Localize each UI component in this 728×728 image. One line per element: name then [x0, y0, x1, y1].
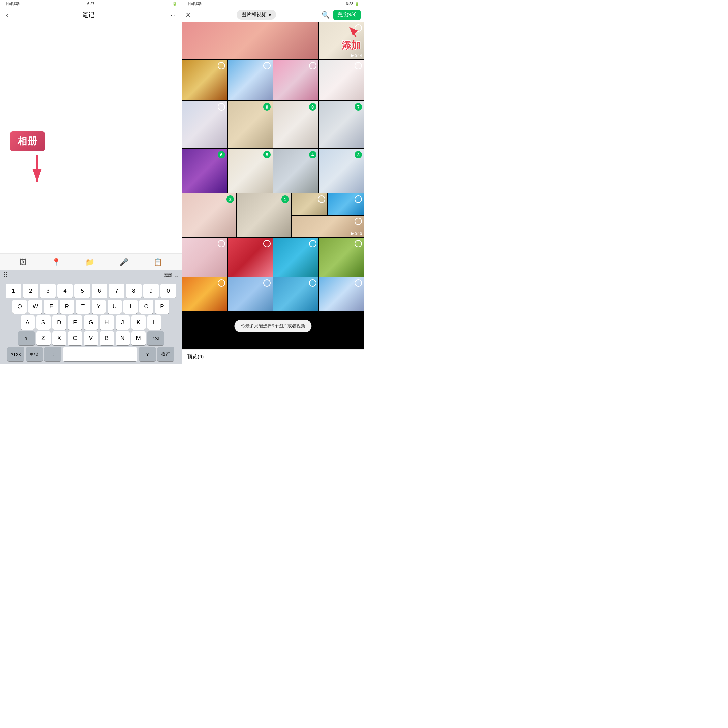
grid-cell-waterfall[interactable]	[273, 277, 318, 311]
grid-cell-food[interactable]	[182, 60, 227, 101]
grid-cell-flowers[interactable]	[182, 238, 227, 277]
folder-icon[interactable]: 📁	[85, 258, 94, 267]
select-circle	[218, 240, 225, 248]
key-7[interactable]: 7	[109, 284, 124, 298]
num-sym-key[interactable]: ?123	[8, 347, 24, 361]
back-button[interactable]: ‹	[6, 11, 8, 19]
key-f[interactable]: F	[68, 315, 82, 330]
key-n[interactable]: N	[116, 331, 130, 346]
key-0[interactable]: 0	[161, 284, 176, 298]
select-circle	[355, 218, 362, 225]
grid-cell-banner[interactable]	[182, 22, 318, 59]
gallery-selector-pill[interactable]: 图片和视频 ▾	[237, 10, 276, 20]
gallery-grid[interactable]: ▶ 0:14 9	[182, 22, 364, 349]
key-i[interactable]: I	[123, 300, 138, 314]
gallery-search-button[interactable]: 🔍	[321, 11, 330, 19]
key-1[interactable]: 1	[6, 284, 21, 298]
select-circle	[309, 279, 317, 287]
gallery-close-button[interactable]: ✕	[185, 11, 191, 19]
mic-icon[interactable]: 🎤	[119, 258, 128, 267]
location-icon[interactable]: 📍	[52, 258, 61, 267]
key-r[interactable]: R	[60, 300, 74, 314]
key-2[interactable]: 2	[23, 284, 38, 298]
key-k[interactable]: K	[132, 315, 145, 330]
key-4[interactable]: 4	[57, 284, 73, 298]
toast-message: 你最多只能选择9个图片或者视频	[234, 320, 311, 332]
grid-cell-pink-animal[interactable]	[273, 60, 318, 101]
grid-cell-dragon[interactable]: 6	[182, 149, 227, 193]
key-z[interactable]: Z	[37, 331, 50, 346]
grid-cell-rose[interactable]	[228, 238, 273, 277]
lang-key[interactable]: 中/英	[26, 347, 43, 361]
grid-cell-sunset[interactable]	[182, 277, 227, 311]
key-y[interactable]: Y	[92, 300, 106, 314]
enter-key[interactable]: 换行	[158, 347, 174, 361]
grid-cell-white-animal[interactable]	[319, 60, 364, 101]
emoji-grid-icon[interactable]: ⠿	[3, 271, 8, 280]
key-a[interactable]: A	[21, 315, 35, 330]
battery-icon: 🔋	[172, 2, 177, 6]
key-x[interactable]: X	[52, 331, 66, 346]
grid-row-5: 2 1 ▶	[182, 193, 364, 237]
right-battery-icon: 🔋	[355, 2, 359, 6]
grid-cell-rabbit[interactable]: 5	[228, 149, 273, 193]
exclaim-key[interactable]: ！	[44, 347, 61, 361]
grid-cell-fish[interactable]	[328, 193, 364, 215]
grid-cell-coffee[interactable]: ▶ 0:10	[292, 216, 364, 237]
gallery-nav: ✕ 图片和视频 ▾ 🔍 完成(9/9)	[182, 8, 364, 22]
key-s[interactable]: S	[37, 315, 50, 330]
key-p[interactable]: P	[155, 300, 169, 314]
key-t[interactable]: T	[76, 300, 90, 314]
key-m[interactable]: M	[132, 331, 145, 346]
key-d[interactable]: D	[52, 315, 66, 330]
key-6[interactable]: 6	[92, 284, 107, 298]
select-circle	[309, 240, 317, 248]
grid-cell-mouse[interactable]: 2	[182, 193, 236, 237]
grid-cell-cat2[interactable]: 7	[319, 101, 364, 148]
grid-cell-sheep[interactable]: 8	[273, 101, 318, 148]
key-b[interactable]: B	[100, 331, 114, 346]
key-u[interactable]: U	[107, 300, 122, 314]
grid-cell-sky2[interactable]	[319, 277, 364, 311]
grid-row-banner: ▶ 0:14	[182, 22, 364, 59]
key-3[interactable]: 3	[40, 284, 56, 298]
select-num-4: 4	[309, 151, 317, 158]
grid-cell-hamster[interactable]: 1	[237, 193, 291, 237]
grid-cell-sky[interactable]	[228, 60, 273, 101]
key-5[interactable]: 5	[75, 284, 90, 298]
image-icon[interactable]: 🖼	[19, 258, 27, 267]
select-num-9: 9	[263, 103, 271, 110]
gallery-done-button[interactable]: 完成(9/9)	[333, 10, 361, 20]
key-c[interactable]: C	[68, 331, 82, 346]
key-9[interactable]: 9	[143, 284, 159, 298]
keyboard-collapse-icon[interactable]: ⌨︎ ⌄	[164, 272, 179, 279]
asdf-row: A S D F G H J K L	[2, 315, 180, 330]
grid-cell-tiger[interactable]: 3	[319, 149, 364, 193]
key-j[interactable]: J	[116, 315, 130, 330]
preview-label[interactable]: 预览(9)	[187, 353, 203, 360]
grid-cell-field[interactable]	[319, 238, 364, 277]
backspace-key[interactable]: ⌫	[147, 331, 164, 346]
space-key[interactable]	[63, 347, 137, 361]
more-button[interactable]: ···	[168, 11, 176, 19]
grid-cell-water[interactable]	[273, 238, 318, 277]
grid-cell-gray-animal[interactable]: 4	[273, 149, 318, 193]
key-w[interactable]: W	[28, 300, 43, 314]
key-8[interactable]: 8	[126, 284, 142, 298]
key-h[interactable]: H	[100, 315, 114, 330]
grid-cell-white-cat[interactable]	[182, 101, 227, 148]
shift-key[interactable]: ⇧	[18, 331, 35, 346]
grid-cell-beige[interactable]: 9	[228, 101, 273, 148]
question-key[interactable]: ？	[139, 347, 156, 361]
video-camera-icon-1: ▶	[351, 231, 354, 236]
key-o[interactable]: O	[139, 300, 153, 314]
key-g[interactable]: G	[84, 315, 98, 330]
key-e[interactable]: E	[44, 300, 58, 314]
grid-cell-girl[interactable]	[292, 193, 327, 215]
key-v[interactable]: V	[84, 331, 98, 346]
grid-cell-mountain[interactable]	[228, 277, 273, 311]
key-l[interactable]: L	[147, 315, 161, 330]
key-q[interactable]: Q	[12, 300, 27, 314]
select-circle	[218, 62, 225, 69]
list-icon[interactable]: 📋	[153, 258, 162, 267]
